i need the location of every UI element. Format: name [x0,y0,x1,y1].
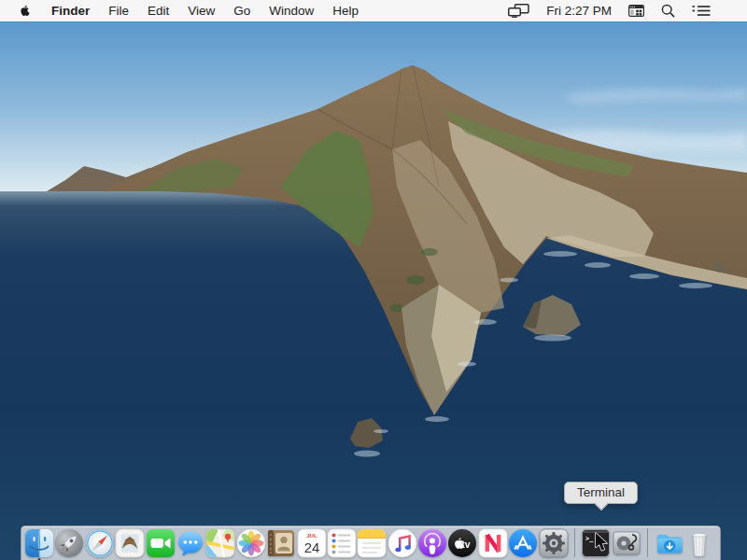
dock-divider [647,528,648,557]
dock-item-photos[interactable] [236,528,266,558]
messages-icon [176,528,205,558]
dock-divider [574,528,575,557]
appstore-icon [508,528,538,558]
notification-list-icon [692,5,711,17]
dock-item-mail[interactable] [115,528,145,558]
settings-icon [539,528,569,558]
svg-text:>_: >_ [585,535,594,542]
apple-logo-icon [19,4,31,18]
trash-icon [684,528,714,558]
screen-mirroring-menu-extra[interactable] [500,0,538,21]
finder-icon [24,528,54,558]
dock-item-messages[interactable] [176,528,205,558]
photos-icon [236,528,266,558]
dock-item-terminal[interactable]: >_ [581,528,611,558]
mail-icon [115,528,145,558]
menu-view[interactable]: View [178,0,224,21]
safari-icon [85,528,115,558]
dock-item-contacts[interactable] [266,528,296,558]
dock-item-appstore[interactable] [508,528,538,558]
dock-item-maps[interactable] [205,528,235,558]
menu-clock[interactable]: Fri 2:27 PM [538,4,620,18]
spotlight-menu-extra[interactable] [653,0,684,21]
dock-item-notes[interactable] [357,528,387,558]
menu-help[interactable]: Help [323,0,368,21]
dock-item-trash[interactable] [684,528,714,558]
dock-item-tv[interactable]: tv [447,528,477,558]
menu-go[interactable]: Go [224,0,260,21]
keyboard-viewer-menu-extra[interactable] [620,0,653,21]
notification-center-menu-extra[interactable] [684,0,719,21]
notes-icon [357,528,387,558]
diskutility-icon [612,528,641,558]
dock-item-settings[interactable] [539,528,569,558]
maps-icon [205,528,235,558]
podcasts-icon [417,528,447,558]
screen-mirroring-icon [508,4,529,18]
dock-item-calendar[interactable]: JUL 24 [297,528,327,558]
dock-item-launchpad[interactable] [54,528,84,558]
menubar: FinderFileEditViewGoWindowHelp Fri 2:27 … [0,0,747,21]
contacts-icon [266,528,296,558]
terminal-icon: >_ [581,528,611,558]
menu-window[interactable]: Window [260,0,323,21]
svg-text:JUL: JUL [306,532,317,539]
facetime-icon [146,528,176,558]
dock-item-downloads[interactable] [655,528,684,558]
svg-text:tv: tv [462,539,471,550]
keyboard-viewer-icon [628,5,644,17]
desktop-wallpaper[interactable] [0,0,747,560]
dock-item-finder[interactable] [24,528,54,558]
svg-text:24: 24 [303,539,319,555]
dock-item-facetime[interactable] [146,528,176,558]
spotlight-search-icon [661,4,675,18]
apple-menu[interactable] [7,0,42,21]
music-icon [388,528,417,558]
launchpad-icon [54,528,84,558]
desktop: FinderFileEditViewGoWindowHelp Fri 2:27 … [0,0,747,560]
dock-item-music[interactable] [388,528,417,558]
dock-item-reminders[interactable] [327,528,357,558]
dock-item-diskutility[interactable] [612,528,641,558]
dock-item-podcasts[interactable] [417,528,447,558]
menu-file[interactable]: File [99,0,138,21]
dock-item-safari[interactable] [85,528,115,558]
dock-item-news[interactable] [478,528,508,558]
news-icon [478,528,508,558]
dock: JUL 24 tv >_ [21,525,721,560]
tv-icon: tv [447,528,477,558]
menu-finder[interactable]: Finder [42,0,99,21]
downloads-icon [655,528,684,558]
menu-edit[interactable]: Edit [138,0,178,21]
calendar-icon: JUL 24 [297,528,327,558]
dock-tooltip: Terminal [564,482,638,504]
reminders-icon [327,528,357,558]
